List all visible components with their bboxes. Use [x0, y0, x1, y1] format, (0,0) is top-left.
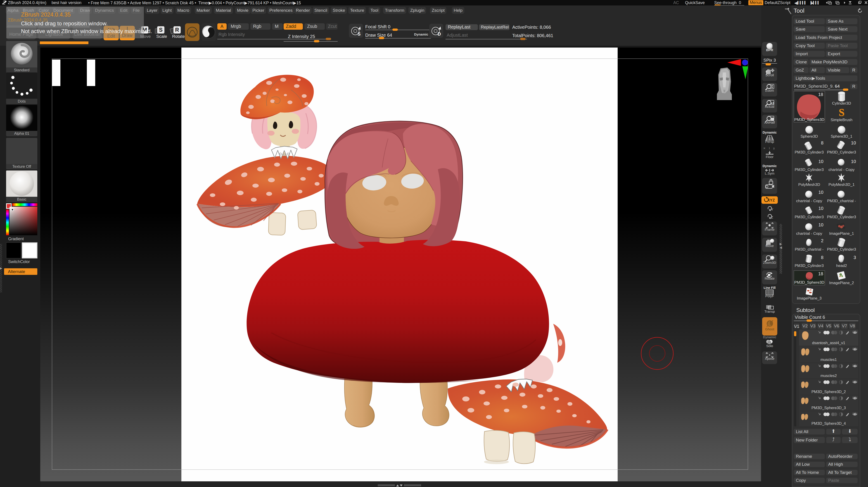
- svg-text:Z: Z: [771, 215, 773, 219]
- svg-text:x1: x1: [771, 102, 774, 105]
- svg-text:Y: Y: [771, 207, 773, 211]
- svg-text:D: D: [438, 31, 441, 36]
- svg-text:XYZ: XYZ: [767, 198, 775, 202]
- svg-text:S: S: [358, 31, 361, 36]
